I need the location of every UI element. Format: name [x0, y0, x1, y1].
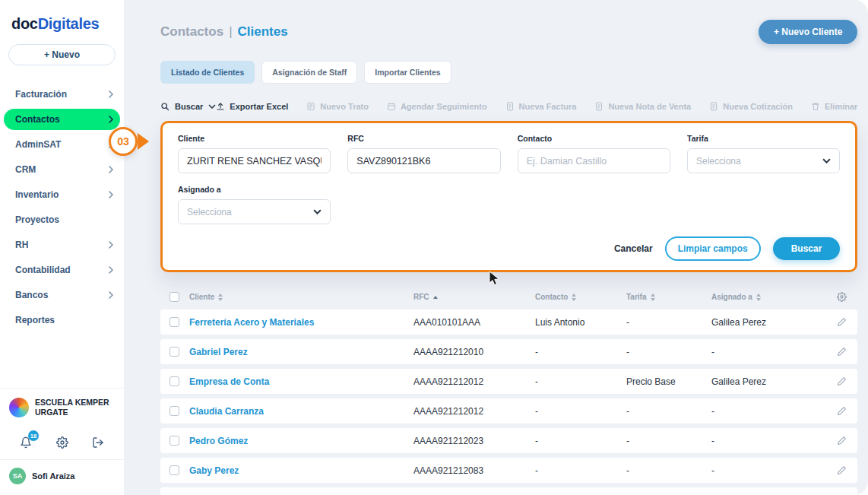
account-switcher[interactable]: ESCUELA KEMPER URGATE	[0, 388, 124, 427]
rfc-input[interactable]	[347, 148, 500, 173]
edit-row-button[interactable]	[837, 406, 847, 416]
column-header-rfc[interactable]: RFC	[413, 293, 535, 301]
client-name-link[interactable]: Pedro Gómez	[189, 436, 413, 446]
cliente-input[interactable]	[178, 148, 331, 173]
panel-actions: Cancelar Limpiar campos Buscar	[178, 236, 840, 261]
nueva-nota-de-venta-button[interactable]: Nueva Nota de Venta	[594, 102, 691, 111]
rfc-cell: AAAA921212023	[413, 436, 535, 446]
sidebar-item-proyectos[interactable]: Proyectos	[0, 209, 124, 230]
chevron-right-icon	[109, 291, 113, 299]
table-row: Gaby PerezAAAA921212083---	[160, 458, 857, 483]
contacto-field: Contacto	[518, 134, 670, 173]
agendar-seguimiento-button[interactable]: Agendar Seguimiento	[387, 102, 487, 111]
row-checkbox[interactable]	[169, 436, 179, 446]
action-label: Nuevo Trato	[320, 102, 369, 111]
asignado-cell: -	[711, 347, 812, 357]
tarifa-select-value: Selecciona	[696, 156, 741, 167]
column-header-asignado-a[interactable]: Asignado a	[711, 293, 812, 301]
chevron-right-icon	[109, 116, 113, 123]
column-header-tarifa[interactable]: Tarifa	[626, 293, 711, 301]
sidebar-item-facturacion[interactable]: Facturación	[0, 84, 124, 105]
client-name-link[interactable]: Gabriel Perez	[189, 347, 413, 357]
sidebar-item-rh[interactable]: RH	[0, 234, 124, 255]
sidebar-bottom: ESCUELA KEMPER URGATE 18 SA Sofi Araiza	[0, 388, 124, 495]
sidebar-item-crm[interactable]: CRM	[0, 159, 124, 180]
new-button[interactable]: + Nuevo	[8, 44, 116, 65]
rfc-cell: AAAA921212012	[413, 406, 535, 417]
tabs: Listado de Clientes Asignación de Staff …	[160, 61, 857, 84]
sort-asc-icon	[433, 296, 438, 299]
nueva-factura-button[interactable]: Nueva Factura	[505, 102, 577, 111]
tarifa-select[interactable]: Selecciona	[687, 148, 840, 173]
user-profile[interactable]: SA Sofi Araiza	[0, 459, 124, 495]
cliente-label: Cliente	[178, 134, 331, 143]
sort-icon	[651, 294, 655, 301]
client-name-link[interactable]: Empresa de Conta	[189, 376, 413, 387]
new-client-button[interactable]: + Nuevo Cliente	[759, 20, 857, 44]
edit-row-button[interactable]	[837, 376, 847, 386]
column-header-cliente[interactable]: Cliente	[189, 293, 413, 301]
nuevo-trato-button[interactable]: Nuevo Trato	[306, 102, 369, 111]
contacto-cell: -	[535, 436, 626, 446]
sidebar-item-contactos[interactable]: Contactos	[4, 109, 120, 130]
sidebar-item-inventario[interactable]: Inventario	[0, 184, 124, 205]
search-button[interactable]: Buscar	[773, 237, 841, 260]
contacto-cell: -	[535, 465, 626, 476]
row-checkbox[interactable]	[169, 465, 179, 475]
edit-row-button[interactable]	[837, 317, 847, 327]
row-checkbox[interactable]	[169, 376, 179, 386]
search-label: Buscar	[175, 102, 203, 111]
sort-icon	[572, 294, 576, 301]
asignado-cell: Galilea Perez	[711, 376, 812, 387]
notifications-button[interactable]: 18	[20, 436, 32, 449]
table-settings-button[interactable]	[837, 292, 847, 302]
edit-row-button[interactable]	[837, 465, 847, 475]
toolbar-actions: Exportar Excel Nuevo TratoAgendar Seguim…	[216, 102, 857, 111]
settings-button[interactable]	[56, 436, 68, 449]
clear-fields-button[interactable]: Limpiar campos	[665, 236, 761, 261]
asignado-cell: -	[711, 436, 812, 446]
action-label: Nueva Cotización	[723, 102, 793, 111]
pencil-icon	[837, 465, 847, 475]
eliminar-button[interactable]: Eliminar	[811, 102, 857, 111]
tarifa-cell: Precio Base	[626, 376, 711, 387]
main-header: Contactos|Clientes + Nuevo Cliente	[160, 20, 857, 44]
row-checkbox[interactable]	[169, 347, 179, 357]
column-label: Cliente	[189, 293, 214, 301]
sidebar-item-contabilidad[interactable]: Contabilidad	[0, 259, 124, 281]
sales-note-icon	[594, 102, 603, 111]
asignado-select[interactable]: Selecciona	[178, 199, 331, 224]
client-name-link[interactable]: Gaby Perez	[189, 465, 413, 476]
tab-asignacion-de-staff[interactable]: Asignación de Staff	[261, 61, 357, 84]
contacto-input[interactable]	[518, 148, 670, 173]
page-title: Contactos|Clientes	[160, 24, 288, 40]
contacto-cell: -	[535, 406, 626, 417]
search-dropdown[interactable]: Buscar	[160, 102, 216, 111]
edit-row-button[interactable]	[837, 347, 847, 357]
logout-button[interactable]	[92, 436, 104, 449]
sidebar-item-reportes[interactable]: Reportes	[0, 309, 124, 331]
deal-icon	[306, 102, 315, 111]
row-checkbox[interactable]	[169, 406, 179, 416]
rfc-cell: AAA010101AAA	[413, 317, 535, 328]
sort-icon	[756, 294, 761, 301]
tab-importar-clientes[interactable]: Importar Clientes	[364, 61, 451, 84]
sidebar-item-adminsat[interactable]: AdminSAT	[0, 134, 124, 155]
row-checkbox[interactable]	[169, 317, 179, 327]
sidebar-item-label: CRM	[15, 164, 36, 175]
sidebar-item-label: RH	[15, 240, 28, 250]
export-excel-button[interactable]: Exportar Excel	[216, 102, 288, 111]
cancel-button[interactable]: Cancelar	[614, 243, 653, 254]
chevron-right-icon	[109, 266, 113, 274]
select-all-checkbox[interactable]	[169, 292, 179, 302]
sidebar-item-bancos[interactable]: Bancos	[0, 284, 124, 306]
edit-row-button[interactable]	[837, 436, 847, 446]
asignado-select-value: Selecciona	[187, 207, 232, 217]
column-header-contacto[interactable]: Contacto	[535, 293, 626, 301]
app-window: docDigitales + Nuevo FacturaciónContacto…	[0, 0, 868, 495]
tab-listado-de-clientes[interactable]: Listado de Clientes	[160, 61, 255, 84]
client-name-link[interactable]: Claudia Carranza	[189, 406, 413, 417]
nueva-cotizacion-button[interactable]: Nueva Cotización	[709, 102, 793, 111]
client-name-link[interactable]: Ferretería Acero y Materiales	[189, 317, 413, 328]
tarifa-cell: -	[626, 406, 711, 417]
